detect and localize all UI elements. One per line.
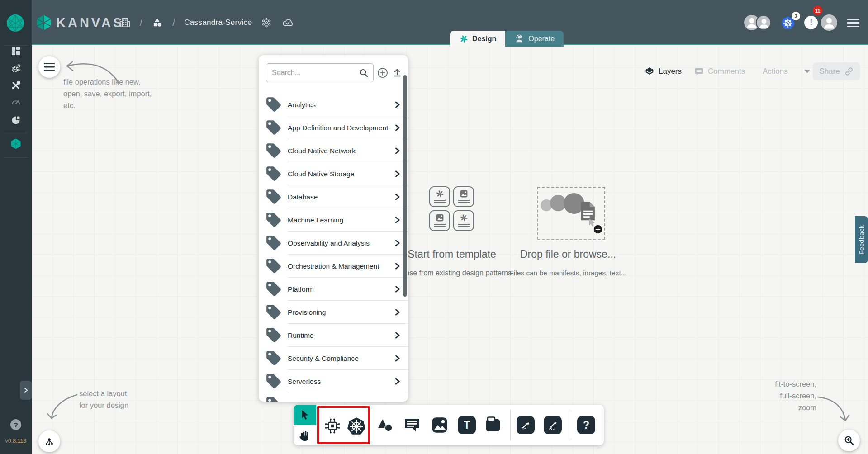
image-icon	[436, 213, 444, 222]
kanvas-active-icon[interactable]	[10, 138, 22, 150]
file-menu-button[interactable]	[38, 56, 60, 78]
sidebar-divider	[4, 157, 28, 158]
drop-file-subtitle: Files can be manifests, images, text...	[496, 269, 640, 277]
chevron-right-icon	[394, 309, 401, 316]
help-glyph: ?	[14, 421, 18, 429]
kubernetes-count-badge: 3	[792, 12, 800, 20]
design-swirl-icon	[459, 34, 468, 43]
category-row[interactable]: Observability and Analysis	[259, 232, 408, 255]
component-panel: Analytics App Definition and Development…	[259, 55, 408, 402]
drop-file-title[interactable]: Drop file or browse...	[500, 248, 636, 260]
tag-icon	[265, 119, 282, 136]
image-icon	[460, 189, 468, 198]
user-avatar[interactable]	[821, 14, 837, 31]
pen-tool[interactable]	[517, 416, 535, 434]
category-row[interactable]: Security & Compliance	[259, 347, 408, 370]
sidebar-divider	[4, 133, 28, 133]
design-name[interactable]: Cassandra-Service	[184, 18, 252, 27]
pen-icon	[520, 419, 531, 431]
alerts-icon[interactable]: !	[804, 16, 818, 29]
chevron-right-icon	[394, 217, 401, 223]
category-list: Analytics App Definition and Development…	[259, 93, 408, 402]
component-chip-tool-icon[interactable]	[323, 417, 342, 435]
category-row[interactable]: Cloud Native Storage	[259, 162, 408, 185]
image-tool-icon[interactable]	[431, 416, 449, 434]
help-button[interactable]: ?	[10, 419, 21, 430]
annotation-arrow	[814, 389, 857, 426]
performance-gauge-icon[interactable]	[11, 97, 21, 107]
chevron-right-icon	[394, 332, 401, 339]
tab-design[interactable]: Design	[450, 31, 505, 47]
add-component-icon[interactable]	[377, 67, 388, 78]
annotation-file-operations: file operations like new, open, save, ex…	[63, 76, 152, 111]
chevron-right-icon	[394, 124, 401, 131]
category-row[interactable]: Machine Learning	[259, 208, 408, 232]
tag-icon	[265, 165, 282, 182]
dock-divider	[571, 410, 571, 440]
search-icon[interactable]	[359, 68, 369, 78]
search-input[interactable]	[272, 64, 353, 82]
template-card	[429, 210, 450, 231]
category-row[interactable]: App Definition and Development	[259, 116, 408, 139]
annotation-zoom: fit-to-screen, full-screen, zoom	[742, 378, 816, 413]
category-row[interactable]: Orchestration & Management	[259, 255, 408, 278]
share-button[interactable]: Share	[813, 62, 860, 80]
swirl-icon	[460, 213, 468, 222]
upload-icon[interactable]	[392, 67, 403, 78]
cursor-icon	[299, 409, 310, 421]
category-row[interactable]: Provisioning	[259, 301, 408, 324]
link-icon	[844, 67, 854, 76]
comments-button[interactable]: Comments	[694, 64, 745, 79]
header-menu-button[interactable]	[847, 16, 859, 29]
menu-icon	[44, 62, 55, 71]
environment-icon[interactable]	[261, 17, 272, 28]
lifecycle-gears-icon[interactable]	[11, 63, 21, 73]
template-card	[453, 186, 474, 207]
zoom-button[interactable]	[838, 430, 860, 451]
pan-tool[interactable]	[294, 425, 316, 445]
start-template-illustration[interactable]	[429, 186, 474, 231]
dock-help-button[interactable]: ?	[577, 416, 595, 434]
collaborator-avatar[interactable]	[756, 15, 771, 30]
chevron-right-icon	[394, 147, 401, 154]
tab-operate[interactable]: Operate	[505, 31, 564, 47]
actions-dropdown[interactable]: Actions	[763, 64, 810, 79]
kubernetes-tool-icon[interactable]	[346, 416, 367, 437]
template-card	[453, 210, 474, 231]
design-canvas[interactable]: file operations like new, open, save, ex…	[32, 47, 868, 454]
shapes-tool-icon[interactable]	[377, 416, 395, 434]
meshery-logo-icon[interactable]	[6, 14, 24, 32]
configuration-tools-icon[interactable]	[11, 80, 21, 90]
drop-file-zone[interactable]	[537, 187, 605, 240]
workspace-shapes-icon[interactable]	[152, 17, 163, 28]
caret-down-icon	[804, 70, 810, 74]
person-icon	[821, 14, 837, 31]
category-row[interactable]: Database	[259, 185, 408, 208]
panel-scrollbar[interactable]	[403, 75, 407, 297]
category-row[interactable]: Analytics	[259, 93, 408, 116]
layout-graph-icon	[44, 436, 55, 447]
alert-glyph: !	[810, 18, 812, 27]
category-row[interactable]: Platform	[259, 278, 408, 301]
category-row[interactable]: Cloud Native Network	[259, 139, 408, 162]
category-row[interactable]: Serverless	[259, 370, 408, 393]
sidebar-expand-button[interactable]	[20, 381, 32, 400]
extensions-icon[interactable]	[11, 115, 21, 125]
category-row-partial[interactable]	[259, 393, 408, 402]
layers-button[interactable]: Layers	[644, 64, 682, 79]
feedback-tab[interactable]: Feedback	[855, 216, 868, 263]
alerts-count-badge: 11	[813, 6, 822, 15]
left-sidebar: ? v0.8.113	[0, 0, 32, 454]
freehand-tool[interactable]	[544, 416, 562, 434]
layout-button[interactable]	[38, 430, 60, 452]
cloud-saved-icon[interactable]	[281, 17, 294, 28]
organization-icon[interactable]	[119, 17, 131, 28]
note-tool-icon[interactable]	[484, 416, 502, 434]
comment-tool-icon[interactable]	[403, 416, 421, 434]
category-row[interactable]: Runtime	[259, 324, 408, 347]
sidebar-divider	[4, 45, 28, 46]
template-card	[429, 186, 450, 207]
text-tool[interactable]: T	[458, 416, 476, 434]
dashboard-icon[interactable]	[11, 46, 21, 56]
select-tool-active[interactable]	[294, 405, 316, 425]
